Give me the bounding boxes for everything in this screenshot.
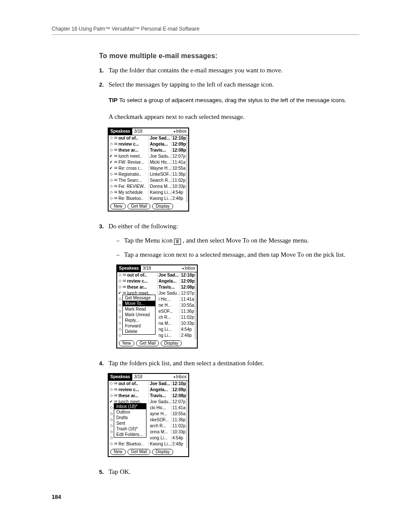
select-mark[interactable]: ◇ (109, 405, 113, 410)
message-row[interactable]: ✔✉Re: cross r...Wayne H...10:55a (109, 165, 188, 171)
select-mark[interactable]: ✔ (109, 154, 113, 158)
select-mark[interactable]: ◇ (109, 429, 113, 434)
subject-cell: Re: Bluetoo.. (118, 442, 149, 446)
subject-cell: these ar... (127, 285, 158, 289)
folder-menu-item[interactable]: Outbox (114, 409, 146, 415)
from-cell: arch R... (149, 423, 171, 428)
envelope-icon: ✉ (113, 393, 118, 398)
context-menu-item[interactable]: Forward (123, 323, 155, 329)
folder-picklist-menu[interactable]: Inbox (18)*OutboxDraftsSentTrash (18)*Ed… (114, 403, 146, 438)
select-mark[interactable]: ◇ (109, 442, 113, 446)
message-row[interactable]: ✔✉lunch meet..Joe Sadu...12:07p (109, 153, 188, 159)
folder-picker[interactable]: Inbox (173, 374, 188, 380)
select-mark[interactable]: ◇ (118, 315, 122, 319)
step-text: Tap the folder that contains the e-mail … (109, 66, 359, 75)
from-cell: Kwong Li... (149, 190, 171, 195)
select-mark[interactable]: ◇ (109, 411, 113, 416)
display-button[interactable]: Display (152, 449, 173, 455)
select-mark[interactable]: ◇ (118, 309, 122, 313)
display-button[interactable]: Display (161, 340, 182, 346)
message-row[interactable]: ◇✉review c...Angela...12:09p (109, 387, 188, 393)
message-row[interactable]: ◇✉these ar...Travis...12:08p (109, 147, 188, 153)
get-mail-button[interactable]: Get Mail (128, 449, 150, 455)
context-menu-item[interactable]: Reply... (123, 317, 155, 323)
get-mail-button[interactable]: Get Mail (136, 340, 159, 346)
select-mark[interactable]: ◇ (109, 184, 113, 188)
get-mail-button[interactable]: Get Mail (128, 203, 150, 209)
context-menu-item[interactable]: Move To... (123, 301, 155, 306)
select-mark[interactable]: ◇ (109, 436, 113, 440)
context-menu-item[interactable]: Mark Read (123, 306, 155, 312)
message-row[interactable]: ◇✉out of of..Joe Sad...12:10p (109, 381, 188, 387)
scrollbar[interactable] (195, 272, 197, 339)
select-mark[interactable]: ◇ (118, 273, 122, 277)
message-context-menu[interactable]: Get MessageMove To...Mark ReadMark Unrea… (122, 295, 156, 335)
folder-menu-item[interactable]: Trash (18)* (114, 426, 146, 432)
folder-menu-item[interactable]: Sent (114, 420, 146, 426)
message-row[interactable]: ✔✉FW: Revise...Micki Hic...11:41a (109, 159, 188, 165)
message-row[interactable]: ◇✉Re: Bluetoo..Kwong Li...2:48p (109, 441, 188, 447)
select-mark[interactable]: ◇ (109, 142, 113, 146)
select-mark[interactable]: ◇ (109, 136, 113, 140)
subject-cell: My schedule (118, 190, 149, 195)
message-row[interactable]: ◇✉Fw: REVIEW..Donna M...10:33p (109, 184, 188, 190)
folder-menu-item[interactable]: Edit Folders... (114, 432, 146, 437)
subject-cell: FW: Revise... (118, 160, 149, 165)
message-row[interactable]: ◇✉Registratio..LinkeSOF...11:36p (109, 171, 188, 177)
select-mark[interactable]: ◇ (109, 393, 113, 398)
message-row[interactable]: ◇✉review c...Angela...12:09p (109, 141, 188, 147)
envelope-icon: ✉ (113, 136, 118, 140)
message-row[interactable]: ◇✉these ar...Travis...12:08p (117, 284, 197, 290)
context-menu-item[interactable]: Delete (123, 329, 155, 334)
message-row[interactable]: ◇✉these ar...Travis...12:08p (109, 393, 188, 399)
from-cell: Joe Sadu... (149, 399, 171, 404)
display-button[interactable]: Display (152, 203, 173, 209)
select-mark[interactable]: ◇ (118, 333, 122, 337)
select-mark[interactable]: ◇ (118, 279, 122, 283)
message-row[interactable]: ◇✉My scheduleKwong Li...4:54p (109, 190, 188, 196)
select-mark[interactable]: ◇ (109, 190, 113, 194)
select-mark[interactable]: ✔ (118, 291, 122, 295)
folder-picker[interactable]: Inbox (173, 128, 188, 135)
select-mark[interactable]: ◇ (109, 172, 113, 176)
select-mark[interactable]: ✔ (109, 166, 113, 170)
substep-text: Tap a message icon next to a selected me… (124, 250, 359, 259)
select-mark[interactable]: ◇ (109, 417, 113, 422)
select-mark[interactable]: ◇ (118, 297, 122, 301)
new-button[interactable]: New (110, 449, 126, 455)
select-mark[interactable]: ✔ (109, 399, 113, 404)
select-mark[interactable]: ◇ (109, 196, 113, 200)
folder-menu-item[interactable]: Drafts (114, 415, 146, 420)
folder-picker[interactable]: Inbox (181, 265, 197, 272)
select-mark[interactable]: ◇ (118, 285, 122, 289)
new-button[interactable]: New (119, 340, 134, 346)
message-row[interactable]: ◇✉out of of..Joe Sad...12:10p (109, 135, 188, 141)
message-row[interactable]: ◇✉Re: Bluetoo..Kwong Li...2:48p (109, 196, 188, 202)
select-mark[interactable]: ◇ (118, 321, 122, 325)
context-menu-item[interactable]: Get Message (123, 295, 155, 301)
select-mark[interactable]: ◇ (109, 387, 113, 392)
select-mark[interactable]: ✔ (109, 160, 113, 164)
select-mark[interactable]: ◇ (109, 178, 113, 182)
page-number: 184 (52, 494, 359, 500)
select-mark[interactable]: ◇ (118, 327, 122, 331)
select-mark[interactable]: ◇ (109, 381, 113, 386)
envelope-icon: ✉ (113, 142, 118, 146)
select-mark[interactable]: ◇ (109, 148, 113, 152)
context-menu-item[interactable]: Mark Unread (123, 312, 155, 317)
message-row[interactable]: ◇✉review c...Angela...12:09p (117, 278, 197, 284)
scrollbar[interactable] (186, 135, 188, 202)
envelope-icon: ✉ (122, 279, 127, 283)
select-mark[interactable]: ◇ (118, 303, 122, 307)
folder-menu-item[interactable]: Inbox (18)* (114, 404, 146, 409)
dash: – (116, 250, 124, 259)
subject-cell: lunch meet.. (118, 154, 149, 159)
step-number: 1. (99, 66, 109, 75)
scrollbar[interactable] (186, 381, 188, 448)
select-mark[interactable]: ◇ (109, 423, 113, 428)
from-cell: onna M... (149, 429, 171, 434)
message-row[interactable]: ◇✉The Searc...Search R...11:02p (109, 177, 188, 184)
subject-cell: Re: Bluetoo.. (118, 196, 149, 201)
message-row[interactable]: ◇✉out of of..Joe Sad...12:10p (117, 272, 197, 278)
new-button[interactable]: New (110, 203, 126, 209)
